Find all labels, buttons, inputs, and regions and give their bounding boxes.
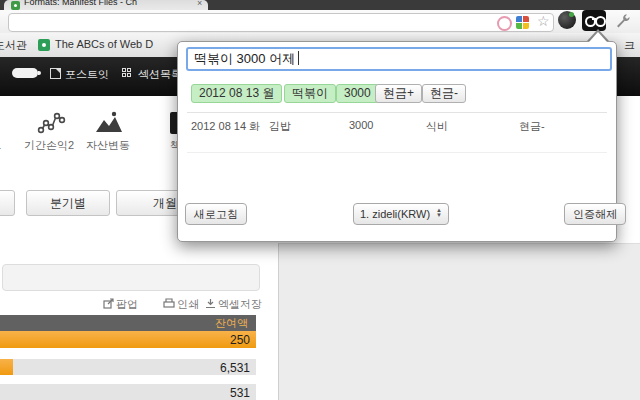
quick-entry-input[interactable]: 떡볶이 3000 어제 — [186, 47, 612, 71]
filter-button-partial[interactable] — [0, 190, 15, 216]
screen: Formats: Manifest Files - Ch × ☆ 도서관 The… — [0, 0, 640, 400]
table-row: 250 — [0, 331, 256, 348]
omnibox[interactable]: ☆ — [8, 13, 554, 32]
browser-tab[interactable]: Formats: Manifest Files - Ch × — [4, 0, 208, 10]
empty-panel — [2, 264, 260, 291]
deauthorize-button[interactable]: 인증해제 — [564, 203, 626, 225]
tab-favicon-icon — [11, 1, 20, 10]
parsed-amount-chip: 3000 — [336, 84, 379, 103]
row-value: 6,531 — [220, 361, 250, 375]
print-icon — [163, 298, 175, 309]
account-select[interactable]: 1. zideli(KRW)▲▼ — [353, 203, 449, 225]
download-icon — [205, 298, 216, 309]
text-cursor — [298, 51, 299, 65]
record-amount: 3000 — [349, 119, 373, 131]
record-method: 현금- — [519, 119, 545, 134]
toolbar-item-period-profit[interactable]: 기간손익2 — [22, 96, 82, 152]
row-value: 250 — [230, 333, 250, 347]
record-item: 김밥 — [269, 119, 291, 134]
filter-button-quarterly[interactable]: 분기별 — [26, 190, 110, 216]
table-row: 531 — [0, 384, 256, 400]
bookmark-item-other-partial[interactable]: 크 — [624, 38, 635, 53]
toolbar-item-asset-change[interactable]: 자산변동 — [84, 96, 134, 152]
select-arrows-icon: ▲▼ — [436, 208, 442, 218]
pill-toggle-icon[interactable] — [12, 68, 38, 78]
popup-link[interactable]: 팝업 — [103, 297, 138, 312]
bar-fill — [0, 331, 256, 348]
browser-toolbar: ☆ — [0, 10, 640, 33]
cash-minus-button[interactable]: 현금- — [422, 84, 466, 103]
table-row: 6,531 — [0, 359, 256, 375]
mountain-icon — [94, 110, 124, 136]
external-link-icon — [103, 298, 114, 309]
nav-item-sections[interactable]: 섹션목록 — [138, 67, 182, 82]
table-header-balance: 잔여액 — [0, 315, 256, 331]
extension-popup: 떡볶이 3000 어제 2012 08 13 월 떡볶이 3000 현금+ 현금… — [177, 41, 617, 242]
scatter-line-icon — [36, 110, 66, 136]
popup-arrow — [589, 32, 607, 42]
divider — [187, 152, 607, 153]
refresh-button[interactable]: 새로고침 — [185, 203, 247, 225]
divider — [187, 112, 607, 113]
section-grid-icon — [122, 68, 133, 78]
postit-icon — [50, 68, 61, 79]
nav-item-postit[interactable]: 포스트잇 — [65, 67, 109, 82]
parsed-date-chip: 2012 08 13 월 — [191, 84, 282, 103]
page-gray-area — [278, 243, 640, 400]
tab-close-icon[interactable]: × — [197, 0, 202, 8]
print-link[interactable]: 인쇄 — [163, 297, 199, 312]
extension-sphere-icon[interactable] — [558, 11, 576, 29]
excel-save-link[interactable]: 엑셀저장 — [205, 297, 262, 312]
tab-bar: Formats: Manifest Files - Ch × — [0, 0, 640, 10]
page-action-pink-circle-icon[interactable] — [497, 16, 512, 31]
record-date: 2012 08 14 화 — [191, 119, 260, 134]
bookmark-star-icon[interactable]: ☆ — [537, 13, 550, 30]
bar-fill — [0, 359, 13, 375]
cash-plus-button[interactable]: 현금+ — [375, 84, 422, 103]
tab-title: Formats: Manifest Files - Ch — [24, 0, 137, 7]
glasses-extension-icon[interactable] — [582, 10, 606, 31]
row-value: 531 — [230, 386, 250, 400]
bookmark-favicon-icon — [38, 39, 50, 51]
page-action-color-grid-icon[interactable] — [516, 16, 529, 29]
record-category: 식비 — [426, 119, 448, 134]
parsed-item-chip: 떡볶이 — [284, 84, 336, 103]
bookmark-item-abcs[interactable]: The ABCs of Web D — [55, 38, 153, 50]
bookmark-item-library[interactable]: 도서관 — [0, 38, 27, 53]
wrench-menu-icon[interactable] — [613, 11, 633, 31]
